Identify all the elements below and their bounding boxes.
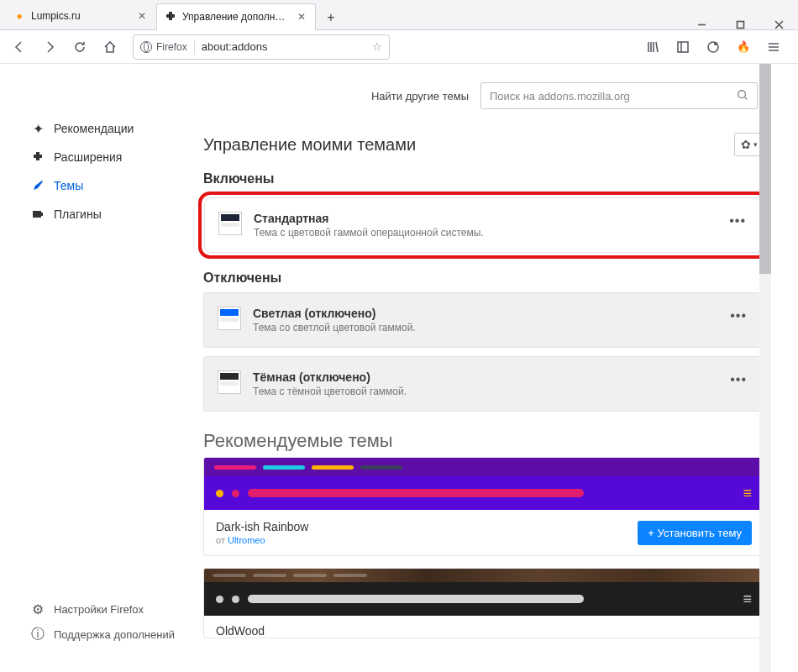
extension-icon[interactable]: 🔥 [732,34,754,60]
theme-preview-toolbar: ≡ [204,476,764,510]
bookmark-star-icon[interactable]: ☆ [372,40,382,53]
tab-strip: ● Lumpics.ru ✕ Управление дополнениями ✕… [0,0,798,30]
forward-button[interactable] [37,34,62,60]
vertical-scrollbar[interactable] [759,64,771,672]
svg-rect-5 [41,213,43,216]
theme-preview-tabs [204,569,764,582]
account-button[interactable] [702,34,724,60]
recommended-theme-name: OldWood [216,624,752,638]
section-disabled: Отключены [203,270,764,286]
sidebar-item-extensions[interactable]: Расширения [30,143,193,171]
favicon-addons [164,10,177,24]
search-label: Найти другие темы [371,90,469,102]
tab-label: Lumpics.ru [31,10,130,22]
home-button[interactable] [97,34,123,60]
identity-box[interactable]: Firefox [140,41,187,53]
theme-thumbnail [218,307,241,330]
navigation-toolbar: Firefox about:addons ☆ 🔥 [0,30,798,64]
window-close-button[interactable] [759,20,798,29]
window-minimize-button[interactable] [682,20,721,29]
search-icon [737,89,748,103]
window-maximize-button[interactable] [721,20,759,29]
hamburger-icon: ≡ [743,485,752,502]
theme-more-button[interactable]: ••• [727,372,750,387]
theme-name: Светлая (отключено) [253,307,715,320]
theme-more-button[interactable]: ••• [726,213,749,228]
sidebar-item-recommendations[interactable]: ✦ Рекомендации [30,114,193,143]
addons-sidebar: ✦ Рекомендации Расширения Темы Плагины ⚙… [0,64,193,672]
section-enabled: Включены [203,171,764,186]
back-button[interactable] [7,34,32,60]
sidebar-item-themes[interactable]: Темы [30,171,193,200]
tab-addons[interactable]: Управление дополнениями ✕ [156,3,316,30]
theme-thumbnail [218,212,242,235]
sidebar-item-label: Плагины [54,207,102,221]
highlighted-region: Стандартная Тема с цветовой гаммой опера… [198,192,769,259]
theme-card-default[interactable]: Стандартная Тема с цветовой гаммой опера… [204,197,764,253]
search-input[interactable]: Поиск на addons.mozilla.org [480,82,758,109]
brush-icon [30,179,45,192]
theme-description: Тема с тёмной цветовой гаммой. [253,386,715,397]
install-theme-button[interactable]: + Установить тему [638,521,752,545]
sidebar-item-label: Рекомендации [54,122,134,135]
sidebar-item-label: Поддержка дополнений [54,628,175,641]
recommended-theme-name: Dark-ish Rainbow [216,520,308,533]
theme-description: Тема с цветовой гаммой операционной сист… [254,227,714,239]
reload-button[interactable] [67,34,92,60]
author-link[interactable]: Ultromeo [228,535,265,545]
theme-name: Тёмная (отключено) [253,370,715,384]
gear-icon: ⚙ [30,601,45,617]
recommended-theme-rainbow: ≡ Dark-ish Rainbow от Ultromeo + Установ… [203,457,764,556]
chevron-down-icon: ▾ [753,140,758,149]
sidebar-item-plugins[interactable]: Плагины [30,200,193,228]
theme-card-light[interactable]: Светлая (отключено) Тема со светлой цвет… [203,292,764,348]
tab-close-button[interactable]: ✕ [295,10,308,24]
separator [194,39,195,55]
sparkle-icon: ✦ [30,121,45,137]
sidebar-item-addons-support[interactable]: ⓘ Поддержка дополнений [30,622,193,647]
sidebar-item-firefox-settings[interactable]: ⚙ Настройки Firefox [30,596,193,622]
main-panel: Найти другие темы Поиск на addons.mozill… [193,64,798,672]
search-placeholder: Поиск на addons.mozilla.org [490,90,737,102]
sidebar-button[interactable] [672,34,694,60]
gear-icon: ✿ [741,138,751,151]
theme-name: Стандартная [254,212,714,225]
svg-point-6 [738,90,746,97]
svg-point-3 [714,42,717,45]
sidebar-item-label: Темы [54,179,83,192]
sidebar-item-label: Расширения [54,150,122,164]
scrollbar-thumb[interactable] [759,64,771,274]
svg-rect-0 [737,22,743,29]
theme-description: Тема со светлой цветовой гаммой. [253,322,715,333]
hamburger-icon: ≡ [743,591,752,608]
tab-close-button[interactable]: ✕ [135,9,149,23]
theme-card-dark[interactable]: Тёмная (отключено) Тема с тёмной цветово… [203,356,764,412]
recommended-theme-author: от Ultromeo [216,535,308,545]
tab-lumpics[interactable]: ● Lumpics.ru ✕ [5,3,156,29]
puzzle-icon [30,150,45,164]
url-bar[interactable]: Firefox about:addons ☆ [133,34,390,60]
theme-more-button[interactable]: ••• [727,308,750,323]
theme-preview-toolbar: ≡ [204,582,764,616]
new-tab-button[interactable]: + [319,6,343,29]
app-menu-button[interactable] [763,34,785,60]
recommended-theme-oldwood: ≡ OldWood [203,568,764,638]
svg-rect-4 [33,211,41,218]
theme-thumbnail [218,370,241,394]
plugin-icon [30,207,45,221]
sidebar-item-label: Настройки Firefox [54,603,144,616]
theme-preview-tabs [204,458,764,476]
identity-label: Firefox [156,41,187,53]
firefox-icon [140,41,152,53]
library-button[interactable] [642,34,664,60]
tab-label: Управление дополнениями [182,11,290,23]
svg-rect-1 [678,42,688,52]
help-icon: ⓘ [30,626,45,643]
section-recommended: Рекомендуемые темы [203,430,764,452]
favicon-lumpics: ● [13,9,26,23]
page-title: Управление моими темами [203,135,416,155]
url-text: about:addons [202,40,365,53]
